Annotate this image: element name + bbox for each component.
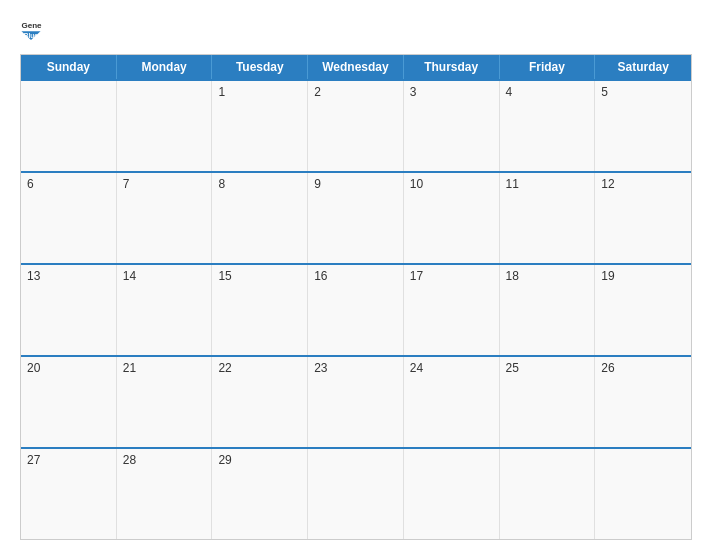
day-number: 29 [218,453,301,467]
day-number: 10 [410,177,493,191]
day-number: 17 [410,269,493,283]
calendar-week-row: 6789101112 [21,171,691,263]
calendar-day-cell: 27 [21,449,117,539]
calendar-day-cell: 20 [21,357,117,447]
calendar-body: 1234567891011121314151617181920212223242… [21,79,691,539]
calendar-day-cell: 1 [212,81,308,171]
calendar-day-cell: 12 [595,173,691,263]
calendar-header-row: SundayMondayTuesdayWednesdayThursdayFrid… [21,55,691,79]
calendar-day-cell: 21 [117,357,213,447]
calendar-day-cell: 13 [21,265,117,355]
calendar-day-cell: 24 [404,357,500,447]
calendar-day-cell: 17 [404,265,500,355]
calendar-day-cell: 15 [212,265,308,355]
calendar-day-cell: 25 [500,357,596,447]
calendar-day-cell: 14 [117,265,213,355]
day-number: 16 [314,269,397,283]
calendar-empty-cell [117,81,213,171]
day-number: 11 [506,177,589,191]
day-number: 24 [410,361,493,375]
weekday-header: Monday [117,55,213,79]
day-number: 8 [218,177,301,191]
calendar-day-cell: 2 [308,81,404,171]
calendar-day-cell: 22 [212,357,308,447]
svg-text:General: General [21,21,42,30]
logo-icon: General Blue [20,18,42,44]
weekday-header: Sunday [21,55,117,79]
calendar-grid: SundayMondayTuesdayWednesdayThursdayFrid… [20,54,692,540]
calendar-day-cell: 26 [595,357,691,447]
day-number: 2 [314,85,397,99]
calendar-day-cell: 6 [21,173,117,263]
calendar-day-cell: 16 [308,265,404,355]
svg-text:Blue: Blue [24,32,39,39]
day-number: 15 [218,269,301,283]
day-number: 14 [123,269,206,283]
day-number: 4 [506,85,589,99]
logo: General Blue [20,18,46,44]
calendar-week-row: 13141516171819 [21,263,691,355]
day-number: 6 [27,177,110,191]
calendar-day-cell: 11 [500,173,596,263]
calendar-week-row: 12345 [21,79,691,171]
calendar-day-cell: 4 [500,81,596,171]
calendar-day-cell: 23 [308,357,404,447]
calendar-empty-cell [308,449,404,539]
day-number: 1 [218,85,301,99]
day-number: 22 [218,361,301,375]
day-number: 5 [601,85,685,99]
day-number: 28 [123,453,206,467]
calendar-day-cell: 8 [212,173,308,263]
calendar-day-cell: 7 [117,173,213,263]
day-number: 3 [410,85,493,99]
weekday-header: Thursday [404,55,500,79]
day-number: 25 [506,361,589,375]
day-number: 9 [314,177,397,191]
calendar-page: General Blue SundayMondayTuesdayWednesda… [0,0,712,550]
day-number: 7 [123,177,206,191]
day-number: 23 [314,361,397,375]
day-number: 12 [601,177,685,191]
page-header: General Blue [20,18,692,44]
calendar-day-cell: 29 [212,449,308,539]
calendar-week-row: 20212223242526 [21,355,691,447]
calendar-empty-cell [500,449,596,539]
day-number: 13 [27,269,110,283]
weekday-header: Wednesday [308,55,404,79]
day-number: 19 [601,269,685,283]
day-number: 27 [27,453,110,467]
calendar-day-cell: 5 [595,81,691,171]
calendar-week-row: 272829 [21,447,691,539]
calendar-empty-cell [404,449,500,539]
calendar-day-cell: 9 [308,173,404,263]
day-number: 26 [601,361,685,375]
weekday-header: Friday [500,55,596,79]
day-number: 18 [506,269,589,283]
weekday-header: Saturday [595,55,691,79]
calendar-day-cell: 18 [500,265,596,355]
calendar-day-cell: 28 [117,449,213,539]
calendar-day-cell: 10 [404,173,500,263]
calendar-day-cell: 3 [404,81,500,171]
calendar-day-cell: 19 [595,265,691,355]
calendar-empty-cell [21,81,117,171]
day-number: 20 [27,361,110,375]
weekday-header: Tuesday [212,55,308,79]
day-number: 21 [123,361,206,375]
calendar-empty-cell [595,449,691,539]
